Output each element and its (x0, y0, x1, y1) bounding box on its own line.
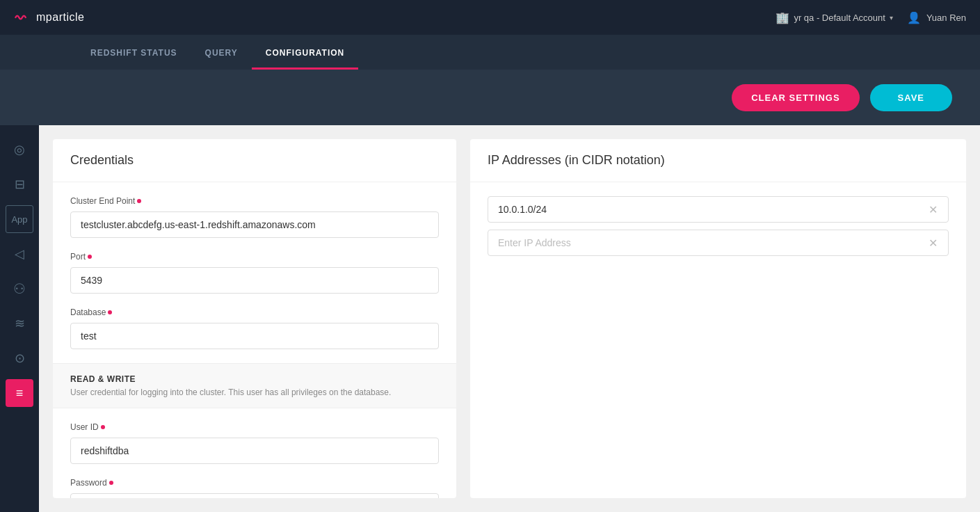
user-icon: 👤 (907, 11, 921, 24)
port-input[interactable] (70, 267, 439, 294)
list-icon: ≡ (16, 386, 24, 401)
read-write-section: READ & WRITE User credential for logging… (53, 363, 456, 408)
port-label: Port (70, 252, 439, 262)
account-selector[interactable]: 🏢 yr qa - Default Account ▾ (776, 11, 893, 24)
password-label: Password (70, 478, 439, 488)
sidebar-item-output[interactable]: ⊙ (6, 344, 33, 372)
required-indicator (88, 255, 92, 259)
ip-entry-0: ✕ (488, 196, 949, 223)
user-id-input[interactable] (70, 438, 439, 464)
layers-icon: ⊟ (15, 177, 25, 192)
chevron-down-icon: ▾ (890, 14, 893, 22)
password-input[interactable] (70, 493, 439, 498)
required-indicator (101, 425, 105, 429)
credentials-card: Credentials Cluster End Point Port (53, 139, 456, 498)
ip-clear-button-new[interactable]: ✕ (925, 237, 941, 250)
database-label: Database (70, 307, 439, 317)
required-indicator (109, 481, 113, 485)
sidebar-item-app[interactable]: App (6, 205, 33, 233)
users-icon: ⚇ (13, 280, 26, 297)
ip-addresses-card-title: IP Addresses (in CIDR notation) (470, 139, 966, 182)
tab-redshift-status[interactable]: REDSHIFT STATUS (77, 38, 191, 70)
output-icon: ⊙ (15, 351, 25, 366)
sidebar-item-waves[interactable]: ≋ (6, 310, 33, 337)
logo-text: mparticle (36, 11, 84, 24)
user-name: Yuan Ren (926, 13, 966, 23)
ip-address-input-new[interactable] (498, 230, 925, 255)
app-icon: App (11, 214, 27, 225)
waves-icon: ≋ (15, 316, 25, 331)
ip-address-input-0[interactable] (498, 197, 925, 222)
secondary-navigation: REDSHIFT STATUS QUERY CONFIGURATION (0, 35, 980, 70)
send-icon: ◁ (15, 246, 24, 262)
sidebar: ◎ ⊟ App ◁ ⚇ ≋ ⊙ ≡ (0, 125, 39, 512)
account-name: yr qa - Default Account (794, 13, 885, 23)
database-input[interactable] (70, 323, 439, 349)
clear-settings-button[interactable]: CLEAR SETTINGS (732, 84, 859, 111)
credentials-card-title: Credentials (53, 139, 456, 182)
sidebar-item-send[interactable]: ◁ (6, 240, 33, 268)
content-area: Credentials Cluster End Point Port (39, 125, 980, 512)
read-write-title: READ & WRITE (70, 374, 439, 384)
ip-addresses-card-body: ✕ ✕ (470, 182, 966, 277)
logo[interactable]: mparticle (14, 9, 84, 26)
building-icon: 🏢 (776, 11, 789, 24)
cluster-endpoint-label: Cluster End Point (70, 196, 439, 206)
database-field: Database (70, 307, 439, 349)
credentials-card-body: Cluster End Point Port Database (53, 182, 456, 498)
ip-entry-new: ✕ (488, 230, 949, 256)
ip-clear-button-0[interactable]: ✕ (925, 203, 941, 216)
tab-configuration[interactable]: CONFIGURATION (252, 38, 358, 70)
logo-area: mparticle (14, 9, 84, 26)
action-bar: CLEAR SETTINGS SAVE (0, 70, 980, 125)
required-indicator (137, 199, 141, 203)
user-id-label: User ID (70, 422, 439, 432)
analytics-icon: ◎ (14, 142, 25, 157)
password-field-wrapper: RESET 🔒 (70, 493, 439, 498)
user-info: 👤 Yuan Ren (907, 11, 966, 24)
sidebar-item-analytics[interactable]: ◎ (6, 136, 33, 163)
save-button[interactable]: SAVE (870, 84, 952, 111)
tab-query[interactable]: QUERY (191, 38, 252, 70)
cluster-endpoint-input[interactable] (70, 211, 439, 238)
top-navigation: mparticle 🏢 yr qa - Default Account ▾ 👤 … (0, 0, 980, 35)
ip-addresses-card: IP Addresses (in CIDR notation) ✕ ✕ (470, 139, 966, 498)
cluster-endpoint-field: Cluster End Point (70, 196, 439, 238)
sidebar-item-users[interactable]: ⚇ (6, 275, 33, 303)
user-id-field: User ID (70, 422, 439, 464)
topnav-right: 🏢 yr qa - Default Account ▾ 👤 Yuan Ren (776, 11, 966, 24)
sidebar-item-list[interactable]: ≡ (6, 379, 33, 407)
read-write-description: User credential for logging into the clu… (70, 387, 439, 397)
password-field: Password RESET 🔒 (70, 478, 439, 498)
logo-icon (14, 9, 31, 26)
main-layout: ◎ ⊟ App ◁ ⚇ ≋ ⊙ ≡ Credentials (0, 125, 980, 512)
sidebar-item-layers[interactable]: ⊟ (6, 170, 33, 198)
port-field: Port (70, 252, 439, 294)
required-indicator (108, 310, 112, 314)
